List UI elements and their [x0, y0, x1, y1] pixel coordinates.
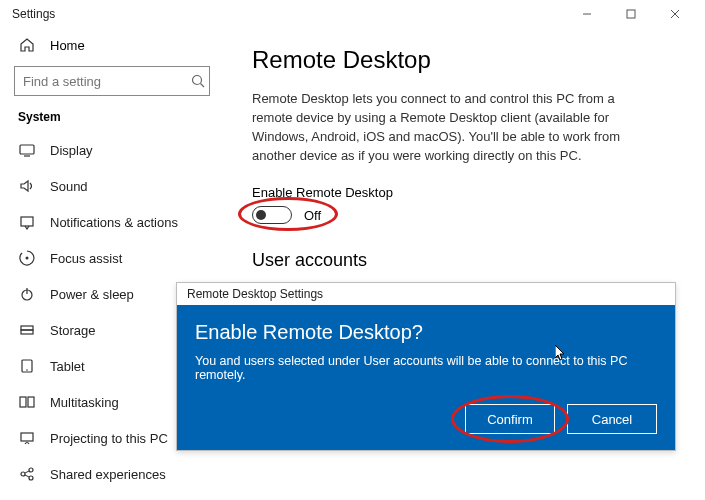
- close-icon: [670, 9, 680, 19]
- svg-rect-16: [20, 397, 26, 407]
- dialog-body: Enable Remote Desktop? You and users sel…: [177, 305, 675, 450]
- page-title: Remote Desktop: [252, 46, 675, 74]
- sidebar-item-focus-assist[interactable]: Focus assist: [12, 240, 212, 276]
- sound-icon: [18, 177, 36, 195]
- shared-experiences-icon: [18, 465, 36, 483]
- power-icon: [18, 285, 36, 303]
- storage-icon: [18, 321, 36, 339]
- sidebar-item-label: Shared experiences: [50, 467, 166, 482]
- maximize-button[interactable]: [609, 0, 653, 28]
- svg-rect-18: [21, 433, 33, 441]
- svg-rect-17: [28, 397, 34, 407]
- sidebar-item-display[interactable]: Display: [12, 132, 212, 168]
- svg-point-4: [193, 76, 202, 85]
- sidebar-item-label: Display: [50, 143, 93, 158]
- sidebar-item-label: Focus assist: [50, 251, 122, 266]
- svg-point-19: [21, 472, 25, 476]
- sidebar-home[interactable]: Home: [12, 28, 212, 62]
- close-button[interactable]: [653, 0, 697, 28]
- notifications-icon: [18, 213, 36, 231]
- dialog-text: You and users selected under User accoun…: [195, 354, 657, 382]
- page-description: Remote Desktop lets you connect to and c…: [252, 90, 652, 165]
- search-icon: [191, 74, 205, 88]
- dialog-titlebar: Remote Desktop Settings: [177, 283, 675, 305]
- svg-point-21: [29, 476, 33, 480]
- confirm-button[interactable]: Confirm: [465, 404, 555, 434]
- dialog-button-row: Confirm Cancel: [195, 404, 657, 434]
- enable-remote-desktop-toggle[interactable]: [252, 206, 292, 224]
- toggle-state-text: Off: [304, 208, 321, 223]
- minimize-icon: [582, 9, 592, 19]
- svg-rect-1: [627, 10, 635, 18]
- projecting-icon: [18, 429, 36, 447]
- toggle-knob: [256, 210, 266, 220]
- svg-rect-12: [21, 326, 33, 330]
- sidebar-item-label: Projecting to this PC: [50, 431, 168, 446]
- multitasking-icon: [18, 393, 36, 411]
- titlebar: Settings: [0, 0, 705, 28]
- sidebar-item-shared-experiences[interactable]: Shared experiences: [12, 456, 212, 492]
- maximize-icon: [626, 9, 636, 19]
- svg-line-5: [201, 84, 205, 88]
- search-box[interactable]: [14, 66, 210, 96]
- sidebar-section-label: System: [12, 106, 212, 132]
- focus-assist-icon: [18, 249, 36, 267]
- settings-window: Settings Home Sys: [0, 0, 705, 500]
- svg-rect-6: [20, 145, 34, 154]
- sidebar-item-label: Tablet: [50, 359, 85, 374]
- svg-rect-13: [21, 330, 33, 334]
- tablet-icon: [18, 357, 36, 375]
- user-accounts-heading: User accounts: [252, 250, 675, 271]
- sidebar-item-label: Power & sleep: [50, 287, 134, 302]
- search-input[interactable]: [23, 74, 191, 89]
- minimize-button[interactable]: [565, 0, 609, 28]
- sidebar-item-label: Multitasking: [50, 395, 119, 410]
- window-title: Settings: [8, 7, 55, 21]
- svg-line-22: [25, 471, 29, 473]
- display-icon: [18, 141, 36, 159]
- sidebar-item-notifications[interactable]: Notifications & actions: [12, 204, 212, 240]
- sidebar-item-clipboard[interactable]: Clipboard: [12, 492, 212, 500]
- svg-rect-8: [21, 217, 33, 226]
- enable-remote-desktop-label: Enable Remote Desktop: [252, 185, 675, 200]
- cursor-icon: [555, 345, 567, 361]
- dialog-heading: Enable Remote Desktop?: [195, 321, 657, 344]
- sidebar-item-sound[interactable]: Sound: [12, 168, 212, 204]
- confirm-dialog: Remote Desktop Settings Enable Remote De…: [176, 282, 676, 451]
- svg-point-20: [29, 468, 33, 472]
- sidebar-home-label: Home: [50, 38, 85, 53]
- home-icon: [18, 36, 36, 54]
- cancel-button[interactable]: Cancel: [567, 404, 657, 434]
- svg-line-23: [25, 475, 29, 477]
- sidebar-item-label: Sound: [50, 179, 88, 194]
- svg-point-15: [26, 369, 28, 371]
- sidebar-item-label: Storage: [50, 323, 96, 338]
- sidebar-item-label: Notifications & actions: [50, 215, 178, 230]
- svg-point-9: [26, 257, 29, 260]
